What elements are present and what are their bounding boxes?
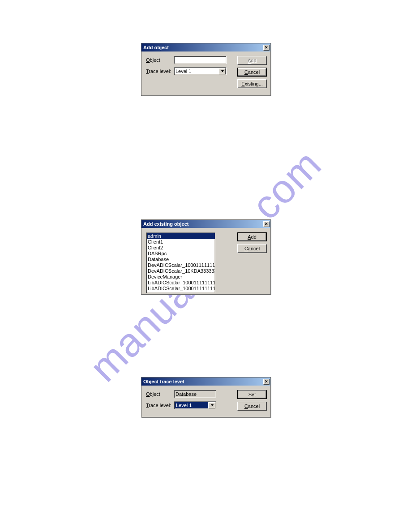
existing-objects-listbox[interactable]: adminClient1Client2DASRpcDatabaseDevADIC… <box>146 232 215 293</box>
cancel-button[interactable]: Cancel <box>237 402 267 411</box>
list-item[interactable]: LibADICScalar_100011111111 <box>147 280 215 286</box>
set-button[interactable]: Set <box>237 390 267 399</box>
list-items-container: adminClient1Client2DASRpcDatabaseDevADIC… <box>146 233 215 293</box>
add-object-titlebar: Add object ✕ <box>141 43 270 51</box>
existing-button[interactable]: Existing... <box>237 79 267 88</box>
add-button[interactable]: Add <box>237 232 267 241</box>
list-item[interactable]: DASRpc <box>147 251 215 257</box>
trace-level-label: Trace level: <box>146 403 174 408</box>
add-existing-object-dialog: Add existing object ✕ adminClient1Client… <box>141 219 271 295</box>
object-label: Object <box>146 391 174 397</box>
trace-level-value: Level 1 <box>175 402 208 408</box>
trace-level-titlebar: Object trace level ✕ <box>141 378 270 386</box>
list-item[interactable]: admin <box>147 233 215 239</box>
object-input[interactable] <box>174 56 227 64</box>
cancel-button[interactable]: Cancel <box>237 68 267 77</box>
object-name-display: Database <box>174 390 216 398</box>
add-object-title: Add object <box>143 45 169 50</box>
list-item[interactable]: Database <box>147 257 215 262</box>
object-label: Object <box>146 57 174 63</box>
close-icon[interactable]: ✕ <box>263 379 270 385</box>
add-existing-title: Add existing object <box>143 221 188 227</box>
add-existing-titlebar: Add existing object ✕ <box>141 220 270 228</box>
list-item[interactable]: DeviceManager <box>147 274 215 280</box>
add-object-dialog: Add object ✕ Object Trace level: Level 1… <box>141 43 271 96</box>
trace-level-combo[interactable]: Level 1 <box>174 67 227 75</box>
trace-level-title: Object trace level <box>143 379 184 384</box>
list-item[interactable]: Client1 <box>147 239 215 245</box>
object-trace-level-dialog: Object trace level ✕ Object Database Tra… <box>141 377 271 417</box>
cancel-button[interactable]: Cancel <box>237 244 267 253</box>
list-item[interactable]: DevADICScalar_10KDA333333 <box>147 268 215 274</box>
list-item[interactable]: DevADICScalar_100011111111 <box>147 262 215 268</box>
close-icon[interactable]: ✕ <box>263 45 270 51</box>
trace-level-combo[interactable]: Level 1 <box>174 401 216 409</box>
close-icon[interactable]: ✕ <box>263 221 270 227</box>
trace-level-label: Trace level: <box>146 69 174 74</box>
chevron-down-icon[interactable] <box>219 68 226 74</box>
trace-level-value: Level 1 <box>174 68 218 75</box>
list-item[interactable]: Client2 <box>147 245 215 251</box>
list-item[interactable]: LibADICScalar_100011111111 <box>147 286 215 292</box>
add-button[interactable]: Add <box>237 56 267 65</box>
chevron-down-icon[interactable] <box>209 402 215 408</box>
